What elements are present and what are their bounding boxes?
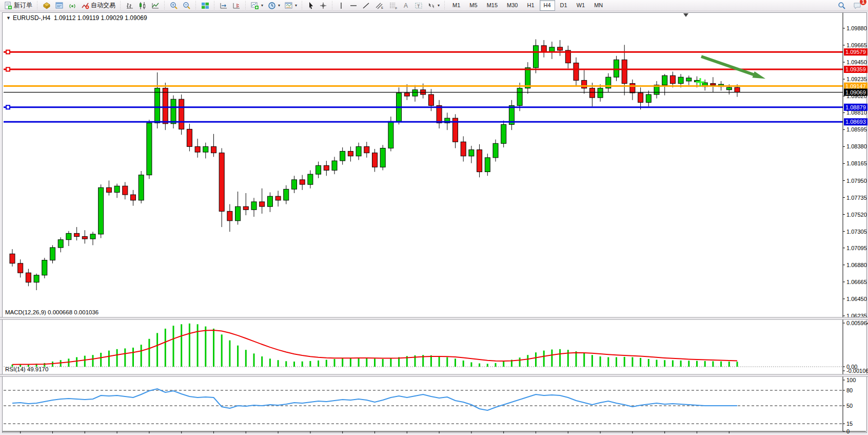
timeframe-button-W1[interactable]: W1: [573, 0, 589, 11]
svg-text:1.09235: 1.09235: [846, 76, 867, 82]
dropdown-arrow-icon: ▾: [295, 3, 297, 8]
rsi-indicator-label: RSI(14) 49.9170: [5, 366, 48, 372]
hline-anchor-marker[interactable]: [6, 105, 10, 109]
arrows-button[interactable]: ▾: [425, 0, 442, 11]
gold-box-icon: [43, 2, 51, 10]
svg-text:1.08165: 1.08165: [846, 160, 867, 166]
auto-scroll-button[interactable]: [218, 0, 230, 11]
toolbar-separator: [244, 1, 247, 10]
bar-chart-button[interactable]: [124, 0, 136, 11]
toolbar-separator: [36, 1, 39, 10]
trendline-button[interactable]: [360, 0, 372, 11]
svg-text:1.07950: 1.07950: [846, 178, 867, 184]
svg-text:1.06880: 1.06880: [846, 262, 867, 268]
svg-text:15: 15: [846, 421, 853, 427]
svg-text:1.08879: 1.08879: [845, 104, 866, 110]
toolbar-separator: [331, 1, 334, 10]
svg-text:1.09359: 1.09359: [845, 66, 866, 72]
svg-text:E: E: [381, 6, 383, 9]
signal-icon: [68, 2, 76, 10]
toolbar-separator: [443, 1, 446, 10]
timeframe-button-H4[interactable]: H4: [540, 0, 555, 11]
line-chart-icon: [151, 2, 160, 10]
text-icon: A: [403, 2, 410, 10]
vertical-line-button[interactable]: [336, 0, 347, 11]
svg-text:1.09880: 1.09880: [846, 25, 867, 31]
svg-text:1.07520: 1.07520: [846, 212, 867, 218]
crosshair-icon: [319, 2, 327, 10]
add-indicator-icon: [251, 2, 259, 10]
macd-indicator-label: MACD(12,26,9) 0.000668 0.001036: [5, 309, 98, 315]
zoom-out-icon: [183, 2, 191, 10]
svg-text:T: T: [417, 3, 420, 8]
dropdown-arrow-icon: ▾: [261, 3, 263, 8]
search-icon: [838, 2, 846, 10]
candlestick-chart-button[interactable]: [136, 0, 149, 11]
market-watch-button[interactable]: [41, 0, 53, 11]
panel-splitter[interactable]: [0, 317, 868, 319]
search-button[interactable]: [836, 0, 848, 11]
price-badge-1.09359: 1.09359: [844, 66, 867, 73]
text-button[interactable]: A: [401, 0, 412, 11]
toolbar-separator: [194, 1, 198, 10]
bar-chart-icon: [126, 2, 134, 10]
price-badge-1.09579: 1.09579: [844, 48, 867, 55]
timeframe-button-D1[interactable]: D1: [556, 0, 571, 11]
price-badge-1.08693: 1.08693: [844, 118, 867, 125]
strategy-tester-button[interactable]: [66, 0, 78, 11]
fibonacci-button[interactable]: F: [387, 0, 400, 11]
toolbar-separator: [301, 1, 304, 10]
timeframe-button-M15[interactable]: M15: [483, 0, 502, 11]
price-chart-canvas[interactable]: 1.098801.096651.094501.092351.090201.088…: [0, 11, 868, 435]
equidistant-channel-button[interactable]: E: [373, 0, 386, 11]
zoom-in-icon: [170, 2, 178, 10]
auto-trading-button[interactable]: 自动交易: [79, 0, 117, 11]
text-label-icon: T: [415, 2, 423, 10]
tile-windows-button[interactable]: [199, 0, 211, 11]
terminal-window: 新订单: [0, 0, 868, 435]
svg-text:50: 50: [846, 403, 853, 409]
chart-ohlc-values: 1.09112 1.09119 1.09029 1.09069: [54, 14, 147, 22]
arrow-objects-icon: [427, 2, 436, 10]
zoom-out-button[interactable]: [181, 0, 193, 11]
svg-text:1.08380: 1.08380: [846, 143, 867, 149]
auto-trading-label: 自动交易: [91, 1, 115, 10]
terminal-panel-icon: [55, 2, 64, 10]
chart-shift-button[interactable]: [230, 0, 243, 11]
notifications-button[interactable]: 1: [851, 0, 864, 11]
svg-text:1.09665: 1.09665: [846, 42, 867, 48]
horizontal-line-button[interactable]: [347, 0, 360, 11]
timeframe-button-M1[interactable]: M1: [448, 0, 464, 11]
collapse-ohlc-icon[interactable]: ▼: [6, 15, 11, 21]
svg-text:1.09147: 1.09147: [845, 83, 866, 89]
timeframe-button-MN[interactable]: MN: [590, 0, 607, 11]
add-indicator-button[interactable]: ▾: [249, 0, 265, 11]
svg-text:1.09579: 1.09579: [845, 49, 866, 55]
terminal-window-button[interactable]: [53, 0, 66, 11]
text-label-button[interactable]: T: [412, 0, 425, 11]
toolbar-separator: [213, 1, 216, 10]
timeframe-button-H1[interactable]: H1: [523, 0, 538, 11]
svg-text:1.09450: 1.09450: [846, 59, 867, 65]
svg-text:1.08693: 1.08693: [845, 119, 866, 125]
svg-text:1.08595: 1.08595: [846, 126, 867, 133]
svg-text:80: 80: [846, 387, 853, 393]
hline-anchor-marker[interactable]: [6, 68, 10, 71]
new-order-button[interactable]: 新订单: [2, 0, 34, 11]
cursor-button[interactable]: [305, 0, 317, 11]
chart-window: 1.098801.096651.094501.092351.090201.088…: [0, 11, 868, 435]
time-axis-labels: 19 Mar 202320 Mar 12:0021 Mar 04:0021 Ma…: [2, 431, 743, 435]
svg-text:1.09069: 1.09069: [845, 89, 866, 96]
main-toolbar: 新订单: [0, 0, 868, 11]
timeframe-button-M5[interactable]: M5: [465, 0, 481, 11]
timeframe-button-M30[interactable]: M30: [503, 0, 522, 11]
periods-button[interactable]: ▾: [266, 0, 282, 11]
panel-splitter[interactable]: [0, 374, 868, 376]
timeframe-toolbar: M1M5M15M30H1H4D1W1MN: [448, 0, 607, 11]
bid-price-badge: 1.09069: [844, 89, 867, 96]
templates-button[interactable]: ▾: [283, 0, 299, 11]
zoom-in-button[interactable]: [168, 0, 180, 11]
hline-anchor-marker[interactable]: [6, 50, 10, 54]
line-chart-button[interactable]: [149, 0, 162, 11]
crosshair-button[interactable]: [317, 0, 329, 11]
